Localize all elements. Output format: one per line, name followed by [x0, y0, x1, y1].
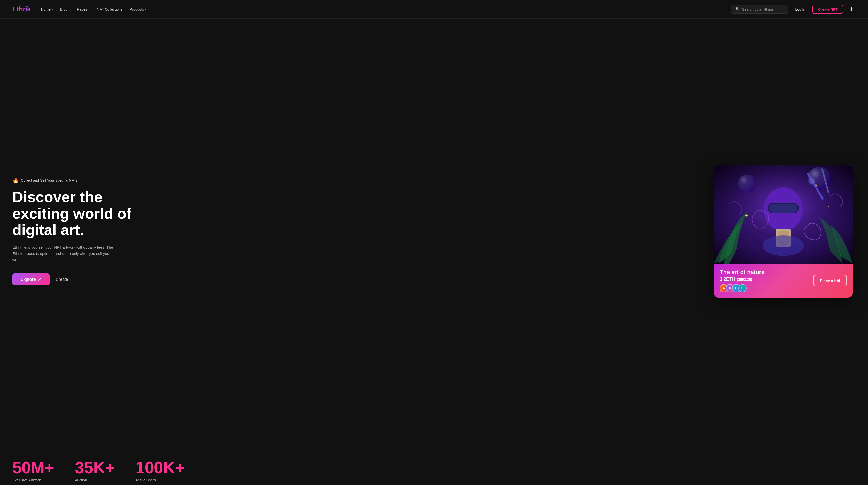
- chevron-down-icon: ▾: [145, 8, 146, 10]
- stat-active-users: 100K+ Active Users: [135, 459, 185, 482]
- theme-toggle-button[interactable]: ✳: [847, 5, 856, 13]
- svg-point-7: [763, 235, 804, 256]
- fire-icon: 🔥: [12, 177, 19, 183]
- nav-link-pages[interactable]: Pages ▾: [77, 7, 90, 11]
- sun-icon: ✳: [850, 6, 854, 12]
- nav-link-products[interactable]: Products ▾: [130, 7, 146, 11]
- chevron-down-icon: ▾: [52, 8, 53, 10]
- nft-info-bar: The art of nature 1.2ETH (3892.26) A B C…: [714, 264, 853, 297]
- stat-auction: 35K+ Auction: [75, 459, 115, 482]
- nav-links: Home ▾ Blog ▾ Pages ▾ NFT Collections: [41, 7, 147, 11]
- login-button[interactable]: Log In: [792, 5, 808, 13]
- nft-price-usd: (3892.26): [737, 277, 752, 282]
- hero-right: ★ ★: [711, 166, 856, 297]
- nav-item-home[interactable]: Home ▾: [41, 7, 53, 11]
- nav-item-pages[interactable]: Pages ▾: [77, 7, 90, 11]
- stat-label: Auction: [75, 478, 115, 482]
- stat-label: Exclusive Artwork: [12, 478, 54, 482]
- nav-item-nft-collections[interactable]: NFT Collections: [97, 7, 122, 11]
- arrow-icon: ↗: [38, 277, 41, 282]
- navbar-left: Ethrik Home ▾ Blog ▾ Pages ▾: [12, 5, 146, 13]
- create-nft-button[interactable]: Create NFT: [812, 5, 843, 14]
- hero-badge: 🔥 Collect and Sell Your Specific NFTs.: [12, 177, 147, 183]
- explore-button[interactable]: Explore ↗: [12, 273, 50, 285]
- nft-info-left: The art of nature 1.2ETH (3892.26) A B C…: [720, 269, 765, 292]
- search-placeholder: Search by anything: [742, 7, 773, 11]
- nft-title: The art of nature: [720, 269, 765, 276]
- stat-number: 35K+: [75, 459, 115, 476]
- nft-artwork: ★ ★: [714, 166, 853, 264]
- hero-title: Discover the exciting world of digital a…: [12, 189, 147, 238]
- nav-link-blog[interactable]: Blog ▾: [60, 7, 70, 11]
- hero-section: 🔥 Collect and Sell Your Specific NFTs. D…: [0, 19, 868, 449]
- stat-label: Active Users: [135, 478, 185, 482]
- nav-link-home[interactable]: Home ▾: [41, 7, 53, 11]
- svg-text:★: ★: [827, 204, 830, 207]
- hero-description: Ethrik let's you sell your NFT artwork w…: [12, 244, 116, 263]
- nav-item-products[interactable]: Products ▾: [130, 7, 146, 11]
- stat-exclusive-artwork: 50M+ Exclusive Artwork: [12, 459, 54, 482]
- nft-card: ★ ★: [714, 166, 853, 297]
- svg-rect-4: [769, 204, 798, 212]
- stat-number: 50M+: [12, 459, 54, 476]
- place-bid-button[interactable]: Place a bid: [813, 275, 847, 286]
- avatar: D: [738, 284, 747, 292]
- navbar-right: 🔍 Search by anything Log In Create NFT ✳: [731, 5, 856, 14]
- chevron-down-icon: ▾: [88, 8, 90, 10]
- hero-left: 🔥 Collect and Sell Your Specific NFTs. D…: [12, 177, 147, 285]
- artwork-svg: ★ ★ ★: [714, 166, 853, 264]
- nft-price-eth: 1.2ETH: [720, 277, 736, 282]
- hero-badge-text: Collect and Sell Your Specific NFTs.: [21, 178, 79, 182]
- search-icon: 🔍: [736, 7, 740, 11]
- create-button[interactable]: Create: [56, 274, 68, 285]
- nav-item-blog[interactable]: Blog ▾: [60, 7, 70, 11]
- stat-number: 100K+: [135, 459, 185, 476]
- svg-point-10: [738, 174, 756, 193]
- nft-price: 1.2ETH (3892.26): [720, 277, 765, 282]
- nav-link-nft-collections[interactable]: NFT Collections: [97, 7, 122, 11]
- nft-avatars: A B C D: [720, 284, 765, 292]
- brand-logo[interactable]: Ethrik: [12, 5, 31, 13]
- stats-section: 50M+ Exclusive Artwork 35K+ Auction 100K…: [0, 449, 868, 485]
- svg-text:★: ★: [745, 213, 748, 218]
- chevron-down-icon: ▾: [68, 8, 70, 10]
- navbar: Ethrik Home ▾ Blog ▾ Pages ▾: [0, 0, 868, 19]
- hero-buttons: Explore ↗ Create: [12, 273, 147, 285]
- search-bar[interactable]: 🔍 Search by anything: [731, 5, 788, 14]
